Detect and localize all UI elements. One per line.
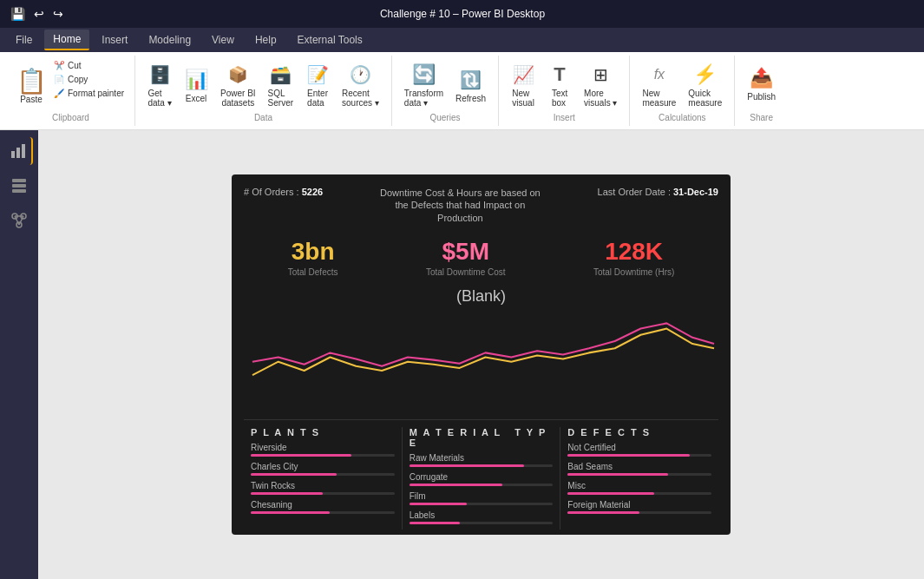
filter-item-label: Bad Seams — [567, 462, 711, 471]
cut-button[interactable]: ✂️ Cut — [50, 59, 128, 72]
title-bar: 💾 ↩ ↪ Challenge # 10 – Power BI Desktop — [0, 0, 924, 28]
menu-help[interactable]: Help — [246, 30, 285, 49]
filter-item[interactable]: Labels — [410, 510, 554, 524]
filter-bar-fill — [410, 503, 467, 505]
publish-button[interactable]: 📤 Publish — [742, 63, 781, 105]
filter-item[interactable]: Not Certified — [567, 443, 711, 457]
copy-icon: 📄 — [54, 75, 64, 84]
filter-item[interactable]: Bad Seams — [567, 462, 711, 476]
publish-icon: 📤 — [750, 66, 774, 90]
ribbon-group-share: 📤 Publish Share — [735, 56, 788, 126]
data-view-icon — [10, 177, 28, 194]
redo-icon[interactable]: ↪ — [53, 7, 63, 21]
get-data-button[interactable]: 🗄️ Getdata ▾ — [142, 59, 177, 111]
filter-bar-bg — [251, 492, 395, 495]
format-painter-button[interactable]: 🖌️ Format painter — [50, 87, 128, 100]
filter-bar-fill — [567, 454, 690, 457]
share-group-label: Share — [735, 113, 788, 122]
sidebar-item-model[interactable] — [5, 207, 33, 234]
filter-item-label: Raw Materials — [410, 453, 554, 463]
refresh-icon: 🔃 — [459, 68, 483, 92]
new-visual-button[interactable]: 📈 Newvisual — [506, 59, 541, 111]
publish-label: Publish — [747, 92, 776, 102]
orders-label: # Of Orders : — [244, 187, 302, 197]
more-visuals-button[interactable]: ⊞ Morevisuals ▾ — [579, 59, 622, 111]
menu-insert[interactable]: Insert — [93, 30, 136, 49]
paste-icon: 📋 — [19, 69, 43, 93]
filter-bar-fill — [567, 511, 639, 514]
filter-item[interactable]: Misc — [567, 481, 711, 495]
report-view-icon — [10, 142, 27, 160]
menu-home[interactable]: Home — [44, 30, 89, 50]
data-group-label: Data — [135, 113, 391, 122]
filter-bar-bg — [567, 454, 711, 457]
dashboard: # Of Orders : 5226 Downtime Cost & Hours… — [232, 174, 731, 535]
filter-item-label: Twin Rocks — [251, 481, 395, 490]
filter-bar-bg — [410, 464, 554, 467]
kpi-hrs-label: Total Downtime (Hrs) — [593, 267, 674, 277]
calculations-group-label: Calculations — [630, 113, 734, 122]
cut-icon: ✂️ — [54, 61, 64, 70]
excel-button[interactable]: 📊 Excel — [179, 64, 213, 107]
transform-data-button[interactable]: 🔄 Transformdata ▾ — [399, 59, 449, 111]
filter-item[interactable]: Film — [410, 491, 554, 505]
filter-item[interactable]: Corrugate — [410, 472, 554, 486]
filter-bar-fill — [251, 454, 351, 457]
menu-file[interactable]: File — [7, 30, 41, 49]
kpi-hrs-value: 128K — [605, 238, 663, 266]
recent-sources-button[interactable]: 🕐 Recentsources ▾ — [337, 59, 384, 111]
ribbon-group-clipboard: 📋 Paste ✂️ Cut 📄 Copy 🖌️ Format painter … — [7, 56, 135, 126]
model-view-icon — [10, 212, 28, 229]
get-data-icon: 🗄️ — [147, 63, 172, 87]
enter-data-label: Enterdata — [307, 89, 328, 108]
sql-server-button[interactable]: 🗃️ SQLServer — [263, 59, 298, 111]
last-order-value: 31-Dec-19 — [673, 187, 718, 197]
power-bi-datasets-label: Power BIdatasets — [220, 89, 256, 108]
filter-bar-fill — [251, 492, 323, 495]
filter-bar-fill — [567, 473, 668, 476]
filter-item[interactable]: Twin Rocks — [251, 481, 395, 495]
filter-bar-bg — [567, 492, 711, 495]
ribbon-group-data: 🗄️ Getdata ▾ 📊 Excel 📦 Power BIdatasets … — [135, 56, 392, 126]
quick-measure-button[interactable]: ⚡ Quickmeasure — [683, 59, 727, 111]
filter-item[interactable]: Charles City — [251, 462, 395, 476]
kpi-cost-value: $5M — [442, 238, 488, 266]
filter-bar-bg — [251, 473, 395, 476]
filter-item[interactable]: Foreign Material — [567, 500, 711, 514]
sidebar-item-report[interactable] — [5, 137, 33, 165]
filter-bar-bg — [410, 484, 554, 486]
transform-data-icon: 🔄 — [411, 63, 436, 87]
paste-button[interactable]: 📋 Paste — [14, 65, 49, 108]
power-bi-datasets-button[interactable]: 📦 Power BIdatasets — [215, 59, 261, 111]
menu-external-tools[interactable]: External Tools — [289, 30, 371, 49]
filter-item[interactable]: Chesaning — [251, 500, 395, 514]
last-order-label: Last Order Date : — [598, 187, 673, 197]
kpi-row: 3bn Total Defects $5M Total Downtime Cos… — [244, 238, 718, 277]
new-measure-button[interactable]: fx Newmeasure — [637, 59, 681, 111]
ribbon: 📋 Paste ✂️ Cut 📄 Copy 🖌️ Format painter … — [0, 52, 924, 130]
filter-defects: D e f e c t s Not Certified Bad Seams Mi… — [560, 427, 718, 530]
svg-rect-1 — [16, 148, 20, 158]
undo-icon[interactable]: ↩ — [34, 7, 44, 21]
kpi-downtime-hrs: 128K Total Downtime (Hrs) — [593, 238, 674, 277]
copy-button[interactable]: 📄 Copy — [50, 73, 128, 86]
kpi-defects-label: Total Defects — [288, 267, 338, 277]
filter-bar-bg — [567, 511, 711, 514]
new-measure-label: Newmeasure — [642, 89, 676, 108]
enter-data-button[interactable]: 📝 Enterdata — [300, 59, 335, 111]
sidebar-item-data[interactable] — [5, 172, 33, 200]
paste-label: Paste — [20, 95, 43, 104]
dashboard-note: Downtime Cost & Hours are based on the D… — [373, 187, 547, 224]
save-icon[interactable]: 💾 — [10, 7, 25, 21]
menu-view[interactable]: View — [203, 30, 243, 49]
filter-item[interactable]: Raw Materials — [410, 453, 554, 467]
filter-item-label: Labels — [410, 510, 554, 520]
orders-info: # Of Orders : 5226 — [244, 187, 323, 197]
refresh-button[interactable]: 🔃 Refresh — [450, 64, 491, 107]
filter-item[interactable]: Riverside — [251, 443, 395, 457]
menu-modeling[interactable]: Modeling — [140, 30, 200, 49]
filter-item-label: Charles City — [251, 462, 395, 471]
filter-bar-fill — [410, 464, 525, 467]
power-bi-datasets-icon: 📦 — [226, 63, 250, 87]
text-box-button[interactable]: T Textbox — [542, 59, 577, 111]
